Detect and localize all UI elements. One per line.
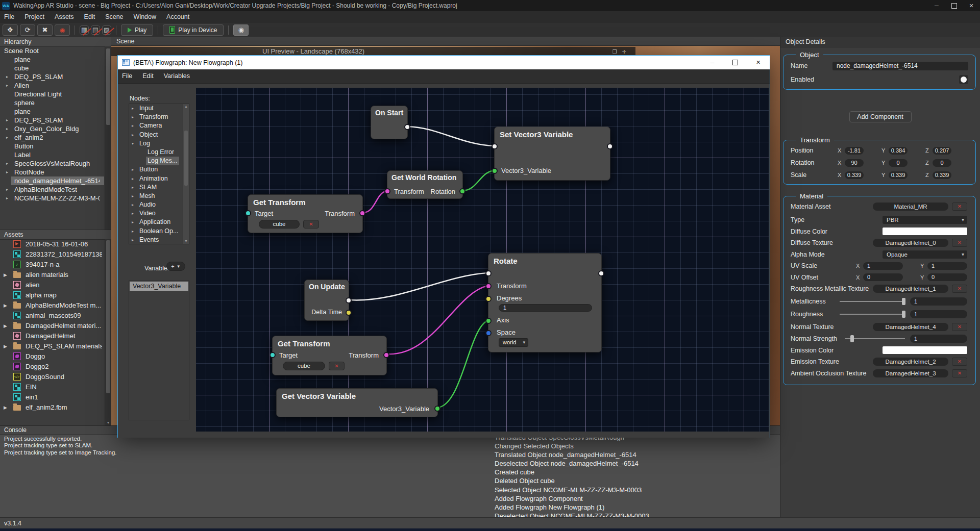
asset-item[interactable]: EIN bbox=[0, 382, 104, 392]
exec-in-port[interactable] bbox=[485, 270, 492, 276]
expand-arrow-icon[interactable] bbox=[6, 116, 8, 124]
node-palette-item[interactable]: Events bbox=[129, 236, 183, 244]
clear-material-button[interactable] bbox=[952, 203, 967, 211]
hierarchy-item[interactable]: node_damagedHelmet_-6514 bbox=[0, 176, 104, 185]
expand-arrow-icon[interactable] bbox=[132, 183, 134, 192]
add-variable-button[interactable]: +▼ bbox=[166, 262, 185, 271]
clear-ambient-occlusion-button[interactable] bbox=[952, 369, 967, 377]
preview-restore-icon[interactable]: ❐ bbox=[612, 49, 617, 55]
hierarchy-item[interactable]: plane bbox=[0, 55, 104, 64]
hierarchy-item[interactable]: Scene Root bbox=[0, 46, 104, 55]
vector3-out-port[interactable] bbox=[434, 406, 440, 412]
asset-item[interactable]: alien bbox=[0, 280, 104, 290]
expand-arrow-icon[interactable] bbox=[132, 104, 134, 113]
emission-texture-field[interactable]: DamagedHelmet_2 bbox=[873, 358, 948, 366]
material-type-dropdown[interactable]: PBR bbox=[883, 216, 967, 224]
expand-arrow-icon[interactable] bbox=[4, 272, 7, 277]
degrees-field[interactable]: 1 bbox=[499, 304, 592, 312]
uv-scale-y-field[interactable]: 1 bbox=[927, 262, 967, 270]
node-get-world-rotation[interactable]: Get World Rotation Transform Rotation bbox=[387, 170, 463, 199]
space-dropdown[interactable]: world bbox=[499, 338, 528, 347]
node-palette-item[interactable]: Log Mes... bbox=[129, 157, 183, 165]
menu-item[interactable]: Project bbox=[19, 11, 50, 23]
node-palette-item[interactable]: Animation bbox=[129, 174, 183, 183]
node-rotate[interactable]: Rotate Transform Degrees 1 Axis Space wo… bbox=[488, 253, 602, 352]
scale-z-field[interactable]: 0.339 bbox=[933, 171, 951, 179]
node-get-transform-1[interactable]: Get Transform Target Transform cube bbox=[248, 194, 363, 233]
ambient-occlusion-field[interactable]: DamagedHelmet_3 bbox=[873, 369, 948, 377]
menu-item[interactable]: Assets bbox=[50, 11, 79, 23]
node-palette-item[interactable]: Log Error bbox=[129, 148, 183, 157]
expand-arrow-icon[interactable] bbox=[4, 405, 7, 410]
node-palette-item[interactable]: Object bbox=[129, 131, 183, 139]
asset-item[interactable]: alpha map bbox=[0, 290, 104, 300]
expand-arrow-icon[interactable] bbox=[132, 113, 134, 121]
menu-item[interactable]: Account bbox=[161, 11, 194, 23]
hierarchy-item[interactable]: AlphaBlendModeTest bbox=[0, 185, 104, 194]
hierarchy-item[interactable]: Button bbox=[0, 142, 104, 150]
delta-time-out-port[interactable] bbox=[346, 310, 352, 316]
flowgraph-close-button[interactable] bbox=[747, 57, 770, 68]
asset-item[interactable]: 2018-05-31 16-01-06 bbox=[0, 239, 104, 249]
asset-item[interactable]: 394017-n-a bbox=[0, 260, 104, 270]
clear-emission-texture-button[interactable] bbox=[952, 358, 967, 366]
asset-item[interactable]: DamagedHelmet materi... bbox=[0, 321, 104, 331]
close-button[interactable] bbox=[963, 0, 980, 11]
enabled-toggle[interactable] bbox=[959, 75, 968, 84]
position-x-field[interactable]: -1.81 bbox=[845, 147, 864, 155]
node-palette-item[interactable]: Log bbox=[129, 139, 183, 148]
metallicness-value[interactable]: 1 bbox=[910, 297, 967, 306]
node-on-update[interactable]: On Update Delta Time bbox=[304, 280, 349, 321]
vector3-in-port[interactable] bbox=[492, 168, 498, 174]
clear-diffuse-texture-button[interactable] bbox=[952, 239, 967, 247]
hierarchy-item[interactable]: plane bbox=[0, 107, 104, 116]
rotation-z-field[interactable]: 0 bbox=[933, 159, 951, 167]
clear-target-button[interactable] bbox=[329, 362, 345, 370]
menu-item[interactable]: File bbox=[118, 70, 137, 82]
toggle-plane-detection[interactable]: ▨ bbox=[102, 26, 111, 35]
roughness-metallic-texture-field[interactable]: DamagedHelmet_1 bbox=[873, 285, 948, 293]
scale-x-field[interactable]: 0.339 bbox=[845, 171, 864, 179]
clear-roughness-metallic-button[interactable] bbox=[952, 285, 967, 293]
menu-item[interactable]: Edit bbox=[137, 70, 159, 82]
expand-arrow-icon[interactable] bbox=[6, 72, 8, 81]
clear-normal-texture-button[interactable] bbox=[952, 323, 967, 331]
asset-item[interactable]: elf_anim2.fbm bbox=[0, 402, 104, 413]
hierarchy-item[interactable]: Label bbox=[0, 150, 104, 159]
minimize-button[interactable] bbox=[928, 0, 945, 11]
node-palette-item[interactable]: Boolean Op... bbox=[129, 227, 183, 236]
toggle-grid[interactable]: ▦ bbox=[80, 26, 89, 35]
node-palette-item[interactable]: Video bbox=[129, 209, 183, 218]
hierarchy-item[interactable]: RootNode bbox=[0, 168, 104, 176]
hierarchy-item[interactable]: Alien bbox=[0, 81, 104, 90]
menu-item[interactable]: Scene bbox=[100, 11, 128, 23]
exec-out-port[interactable] bbox=[607, 143, 613, 149]
expand-arrow-icon[interactable] bbox=[132, 121, 134, 130]
hierarchy-item[interactable]: DEQ_PS_SLAM bbox=[0, 72, 104, 81]
target-object-field[interactable]: cube bbox=[283, 362, 325, 370]
expand-arrow-icon[interactable] bbox=[132, 236, 134, 244]
expand-arrow-icon[interactable] bbox=[4, 323, 7, 328]
node-palette-item[interactable]: SLAM bbox=[129, 183, 183, 192]
expand-arrow-icon[interactable] bbox=[132, 218, 134, 226]
hierarchy-item[interactable]: SpecGlossVsMetalRough bbox=[0, 159, 104, 168]
rotation-y-field[interactable]: 0 bbox=[889, 159, 908, 167]
uv-offset-x-field[interactable]: 0 bbox=[863, 273, 903, 281]
expand-arrow-icon[interactable] bbox=[132, 200, 134, 209]
asset-item[interactable]: alien materials bbox=[0, 270, 104, 280]
asset-item[interactable]: ein1 bbox=[0, 392, 104, 402]
asset-item[interactable]: animal_mascots09 bbox=[0, 311, 104, 321]
expand-arrow-icon[interactable] bbox=[132, 227, 134, 236]
material-asset-field[interactable]: Material_MR bbox=[873, 203, 948, 211]
roughness-slider[interactable] bbox=[840, 310, 905, 318]
node-palette-item[interactable]: Mesh bbox=[129, 192, 183, 200]
preview-add-icon[interactable]: ✛ bbox=[622, 49, 626, 55]
maximize-button[interactable] bbox=[945, 0, 963, 11]
uv-offset-y-field[interactable]: 0 bbox=[927, 273, 967, 281]
space-in-port[interactable] bbox=[485, 330, 492, 336]
transform-in-port[interactable] bbox=[485, 283, 492, 289]
transform-out-port[interactable] bbox=[383, 352, 389, 358]
hierarchy-item[interactable]: cube bbox=[0, 64, 104, 72]
asset-item[interactable]: DoggoSound bbox=[0, 372, 104, 382]
node-palette-item[interactable]: Application bbox=[129, 218, 183, 226]
